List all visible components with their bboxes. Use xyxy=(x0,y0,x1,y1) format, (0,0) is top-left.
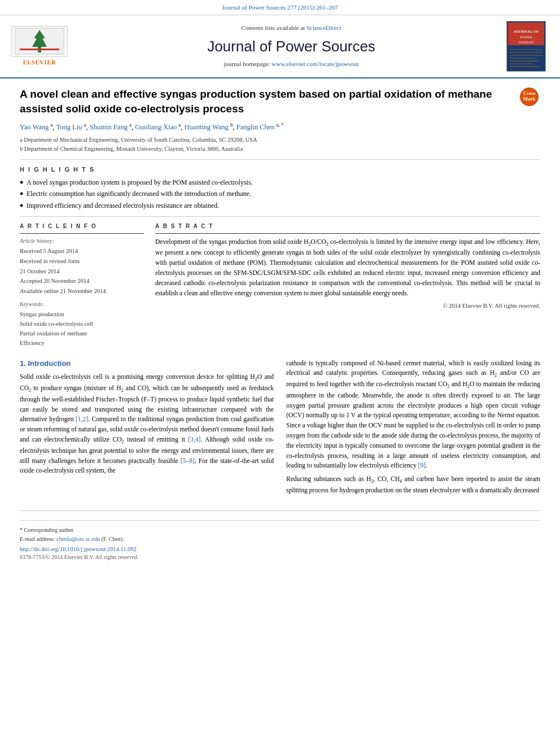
page-wrapper: Journal of Power Sources 277 (2015) 261–… xyxy=(0,0,560,573)
accepted-date: Accepted 20 November 2014 xyxy=(20,277,144,286)
intro-left-col: 1. Introduction Solid oxide co-electroly… xyxy=(20,359,274,499)
author-yao-wang[interactable]: Yao Wang xyxy=(20,123,49,131)
abstract-heading: A B S T R A C T xyxy=(155,222,540,231)
journal-title-section: Contents lists available at ScienceDirec… xyxy=(85,21,498,72)
author-sup-b: b xyxy=(230,122,233,128)
crossmark-badge: Cross Mark xyxy=(518,87,540,107)
keyword-2: Solid oxide co-electrolysis cell xyxy=(20,320,144,329)
author-sup-a5: a, * xyxy=(277,122,284,128)
intro-right-col: cathode is typically composed of Ni-base… xyxy=(286,359,540,499)
article-info-abstract: A R T I C L E I N F O Article history: R… xyxy=(20,222,540,348)
highlights-list: A novel syngas production system is prop… xyxy=(20,178,540,211)
revised-date: 21 October 2014 xyxy=(20,267,144,276)
intro-paragraph-1: Solid oxide co-electrolysis cell is a pr… xyxy=(20,372,274,476)
article-title-section: A novel clean and effective syngas produ… xyxy=(20,87,540,116)
received-date: Received 5 August 2014 xyxy=(20,247,144,256)
article-content: A novel clean and effective syngas produ… xyxy=(0,78,560,573)
author-tong-liu[interactable]: Tong Liu xyxy=(56,123,82,131)
highlight-item-2: Electric consumption has significantly d… xyxy=(20,189,540,199)
author-guoliang-xiao[interactable]: Guoliang Xiao xyxy=(135,123,177,131)
article-history-label: Article history: xyxy=(20,237,144,246)
footer-copyright: 0378-7753/© 2014 Elsevier B.V. All right… xyxy=(20,553,540,562)
highlights-section: H I G H L I G H T S A novel syngas produ… xyxy=(20,165,540,211)
article-info-column: A R T I C L E I N F O Article history: R… xyxy=(20,222,144,348)
keywords-heading: Keywords: xyxy=(20,300,144,309)
intro-paragraph-2: cathode is typically composed of Ni-base… xyxy=(286,359,540,471)
ref-1-2[interactable]: [1,2] xyxy=(76,416,88,422)
ref-9[interactable]: [9] xyxy=(418,462,426,469)
journal-header: ELSEVIER Contents lists available at Sci… xyxy=(0,15,560,78)
corresponding-label: * Corresponding author. xyxy=(20,527,75,533)
journal-main-title: Journal of Power Sources xyxy=(207,36,375,58)
email-label: E-mail address: xyxy=(20,536,55,542)
author-huanting-wang[interactable]: Huanting Wang xyxy=(185,123,229,131)
elsevier-logo-section: ELSEVIER xyxy=(11,21,79,72)
article-title: A novel clean and effective syngas produ… xyxy=(20,87,509,116)
sciencedirect-line: Contents lists available at ScienceDirec… xyxy=(241,24,341,33)
abstract-hr xyxy=(155,233,540,234)
introduction-section: 1. Introduction Solid oxide co-electroly… xyxy=(20,359,540,499)
doi-line: http://dx.doi.org/10.1016/j.jpowsour.201… xyxy=(20,545,540,554)
journal-homepage-link[interactable]: www.elsevier.com/locate/jpowsour xyxy=(272,60,358,67)
abstract-column: A B S T R A C T Development of the synga… xyxy=(155,222,540,348)
abstract-copyright: © 2014 Elsevier B.V. All rights reserved… xyxy=(155,302,540,310)
highlight-item-1: A novel syngas production system is prop… xyxy=(20,178,540,187)
contents-available-text: Contents lists available at xyxy=(241,24,305,31)
affiliations: a Department of Mechanical Engineering, … xyxy=(20,136,540,154)
divider-1 xyxy=(20,159,540,160)
author-fanglin-chen[interactable]: Fanglin Chen xyxy=(237,123,275,131)
revised-label: Received in revised form xyxy=(20,257,144,266)
abstract-text: Development of the syngas production fro… xyxy=(155,237,540,299)
sciencedirect-link[interactable]: ScienceDirect xyxy=(307,24,342,31)
available-date: Available online 21 November 2014 xyxy=(20,287,144,296)
info-hr xyxy=(20,233,144,234)
journal-reference-bar: Journal of Power Sources 277 (2015) 261–… xyxy=(0,0,560,15)
elsevier-logo-image xyxy=(11,26,68,57)
svg-text:POWER: POWER xyxy=(520,36,532,39)
keyword-3: Partial oxidation of methane xyxy=(20,329,144,339)
author-sup-a4: a xyxy=(178,122,181,128)
authors-line: Yao Wang a, Tong Liu a, Shumin Fang a, G… xyxy=(20,121,540,132)
journal-reference-text: Journal of Power Sources 277 (2015) 261–… xyxy=(222,4,338,11)
intro-paragraph-3: Reducing substances such as H2, CO, CH4 … xyxy=(286,474,540,496)
corresponding-author-note: * Corresponding author. xyxy=(20,526,540,535)
keywords-section: Keywords: Syngas production Solid oxide … xyxy=(20,300,144,348)
highlights-heading: H I G H L I G H T S xyxy=(20,165,540,174)
author-sup-a3: a xyxy=(129,122,132,128)
crossmark-icon: Cross Mark xyxy=(519,87,539,107)
ref-5-8[interactable]: [5–8] xyxy=(181,457,195,464)
author-sup-a1: a xyxy=(50,122,53,128)
email-author-name: (F. Chen). xyxy=(101,536,124,542)
email-note: E-mail address: chenfa@cec.sc.edu (F. Ch… xyxy=(20,535,540,544)
author-email-link[interactable]: chenfa@cec.sc.edu xyxy=(56,536,100,542)
svg-text:JOURNAL OF: JOURNAL OF xyxy=(514,29,539,34)
elsevier-logo: ELSEVIER xyxy=(11,26,68,67)
elsevier-text-label: ELSEVIER xyxy=(23,59,56,67)
author-shumin-fang[interactable]: Shumin Fang xyxy=(90,123,128,131)
svg-text:Cross: Cross xyxy=(523,90,535,96)
author-sup-a2: a xyxy=(84,122,86,128)
doi-link[interactable]: http://dx.doi.org/10.1016/j.jpowsour.201… xyxy=(20,546,137,552)
affiliation-b: b Department of Chemical Engineering, Mo… xyxy=(20,145,540,154)
highlight-item-3: Improved efficiency and decreased electr… xyxy=(20,201,540,211)
svg-text:Mark: Mark xyxy=(523,96,535,102)
divider-2 xyxy=(20,216,540,217)
footer-hr xyxy=(20,520,540,521)
ref-3-4[interactable]: [3,4] xyxy=(188,436,200,443)
affiliation-a: a Department of Mechanical Engineering, … xyxy=(20,136,540,145)
journal-cover-image: JOURNAL OF POWER SOURCES xyxy=(506,21,546,72)
svg-rect-2 xyxy=(20,49,59,50)
keyword-1: Syngas production xyxy=(20,310,144,320)
article-info-heading: A R T I C L E I N F O xyxy=(20,222,144,231)
homepage-label: journal homepage: xyxy=(224,60,270,67)
svg-text:SOURCES: SOURCES xyxy=(518,41,533,44)
intro-section-title: 1. Introduction xyxy=(20,359,274,369)
article-footer: * Corresponding author. E-mail address: … xyxy=(20,510,540,562)
journal-homepage-line: journal homepage: www.elsevier.com/locat… xyxy=(224,60,358,69)
intro-two-col: 1. Introduction Solid oxide co-electroly… xyxy=(20,359,540,499)
journal-cover-section: JOURNAL OF POWER SOURCES xyxy=(504,21,549,72)
keyword-4: Efficiency xyxy=(20,339,144,348)
